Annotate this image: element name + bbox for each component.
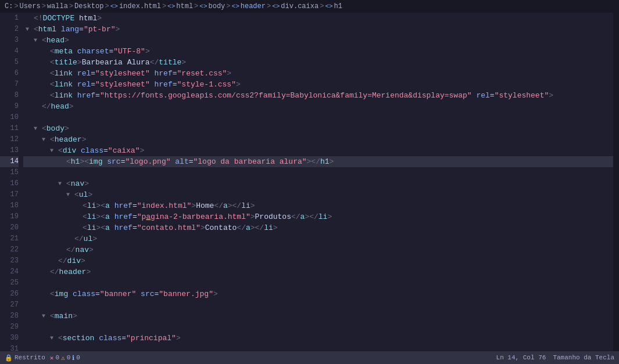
editor[interactable]: 1 2 3 4 5 6 7 8 9 10 11 12 13 14 15 16 1… bbox=[0, 13, 619, 351]
code-line-21: </ul> bbox=[23, 233, 613, 244]
breadcrumb-html[interactable]: html bbox=[176, 2, 193, 10]
breadcrumb-divcaixa[interactable]: div.caixa bbox=[281, 2, 319, 10]
line-num-5: 5 bbox=[0, 57, 19, 68]
line-num-21: 21 bbox=[0, 233, 19, 244]
code-line-1: <!DOCTYPE html> bbox=[23, 13, 613, 24]
line-num-27: 27 bbox=[0, 300, 19, 311]
line-num-16: 16 bbox=[0, 178, 19, 189]
info-icon: ℹ bbox=[72, 354, 74, 362]
breadcrumb-header[interactable]: header bbox=[241, 2, 266, 10]
code-line-12: ▼ <header> bbox=[23, 134, 613, 145]
code-line-9: </head> bbox=[23, 101, 613, 112]
code-line-16: ▼ <nav> bbox=[23, 178, 613, 189]
breadcrumb-c[interactable]: C: bbox=[5, 2, 13, 10]
warning-num: 0 bbox=[67, 354, 71, 361]
code-line-27 bbox=[23, 300, 613, 311]
code-line-4: <meta charset="UTF-8"> bbox=[23, 46, 613, 57]
error-count[interactable]: ✕ 0 ⚠ 0 ℹ 0 bbox=[50, 354, 80, 362]
code-line-14: <h1><img src="logo.png" alt="logo da bar… bbox=[23, 156, 613, 167]
line-num-18: 18 bbox=[0, 200, 19, 211]
error-num: 0 bbox=[55, 354, 59, 361]
code-line-2: ▼ <html lang="pt-br"> bbox=[23, 24, 613, 35]
breadcrumb-walla[interactable]: walla bbox=[47, 2, 68, 10]
line-num-25: 25 bbox=[0, 277, 19, 289]
line-num-11: 11 bbox=[0, 123, 19, 134]
lock-icon: 🔒 bbox=[5, 354, 13, 362]
tab-size[interactable]: Tamanho da Tecla bbox=[553, 354, 614, 361]
line-num-14: 14 bbox=[0, 156, 19, 167]
cursor-position[interactable]: Ln 14, Col 76 bbox=[496, 354, 546, 361]
code-line-7: <link rel="stylesheet" href="style-1.css… bbox=[23, 79, 613, 90]
security-status[interactable]: 🔒 Restrito bbox=[5, 354, 45, 362]
line-num-17: 17 bbox=[0, 189, 19, 200]
error-icon: ✕ bbox=[50, 354, 54, 362]
code-line-23: </div> bbox=[23, 255, 613, 266]
status-left: 🔒 Restrito ✕ 0 ⚠ 0 ℹ 0 bbox=[5, 354, 80, 362]
code-line-25 bbox=[23, 277, 613, 289]
code-lines[interactable]: <!DOCTYPE html> ▼ <html lang="pt-br"> ▼ … bbox=[23, 13, 613, 351]
code-line-19: <li><a href="pagina-2-barbearia.html">Pr… bbox=[23, 211, 613, 222]
breadcrumb-file[interactable]: index.html bbox=[119, 2, 161, 10]
code-line-5: <title>Barbearia Alura</title> bbox=[23, 57, 613, 68]
line-numbers: 1 2 3 4 5 6 7 8 9 10 11 12 13 14 15 16 1… bbox=[0, 13, 23, 351]
code-line-31 bbox=[23, 344, 613, 351]
breadcrumb-users[interactable]: Users bbox=[20, 2, 41, 10]
code-line-26: <img class="banner" src="banner.jpg"> bbox=[23, 289, 613, 300]
code-line-24: </header> bbox=[23, 266, 613, 277]
security-label: Restrito bbox=[15, 354, 45, 361]
breadcrumb-body[interactable]: body bbox=[209, 2, 226, 10]
line-num-22: 22 bbox=[0, 244, 19, 255]
line-num-30: 30 bbox=[0, 333, 19, 344]
line-num-29: 29 bbox=[0, 322, 19, 333]
line-num-7: 7 bbox=[0, 79, 19, 90]
warning-icon: ⚠ bbox=[61, 354, 65, 362]
code-line-29 bbox=[23, 322, 613, 333]
code-line-6: <link rel="stylesheet" href="reset.css"> bbox=[23, 68, 613, 79]
line-num-1: 1 bbox=[0, 13, 19, 24]
code-line-13: ▼ <div class="caixa"> bbox=[23, 145, 613, 156]
line-num-12: 12 bbox=[0, 134, 19, 145]
scrollbar[interactable] bbox=[613, 13, 619, 351]
line-num-23: 23 bbox=[0, 255, 19, 266]
code-line-3: ▼ <head> bbox=[23, 35, 613, 46]
line-num-15: 15 bbox=[0, 167, 19, 178]
code-line-20: <li><a href="contato.html">Contato</a></… bbox=[23, 222, 613, 233]
code-line-15 bbox=[23, 167, 613, 178]
line-num-26: 26 bbox=[0, 289, 19, 300]
info-num: 0 bbox=[76, 354, 80, 361]
code-line-18: <li><a href="index.html">Home</a></li> bbox=[23, 200, 613, 211]
line-num-8: 8 bbox=[0, 90, 19, 101]
line-num-2: 2 bbox=[0, 24, 19, 35]
breadcrumb: C: > Users > walla > Desktop > <>index.h… bbox=[0, 0, 619, 13]
status-bar: 🔒 Restrito ✕ 0 ⚠ 0 ℹ 0 Ln 14, Col 76 Tam… bbox=[0, 351, 619, 364]
line-num-9: 9 bbox=[0, 101, 19, 112]
code-line-11: ▼ <body> bbox=[23, 123, 613, 134]
status-right: Ln 14, Col 76 Tamanho da Tecla bbox=[496, 354, 614, 361]
line-num-10: 10 bbox=[0, 112, 19, 123]
line-num-28: 28 bbox=[0, 311, 19, 322]
line-num-20: 20 bbox=[0, 222, 19, 233]
breadcrumb-desktop[interactable]: Desktop bbox=[74, 2, 103, 10]
line-num-19: 19 bbox=[0, 211, 19, 222]
line-num-31: 31 bbox=[0, 344, 19, 351]
code-line-8: <link href="https://fonts.googleapis.com… bbox=[23, 90, 613, 101]
line-num-4: 4 bbox=[0, 46, 19, 57]
breadcrumb-h1[interactable]: h1 bbox=[334, 2, 342, 10]
line-num-24: 24 bbox=[0, 266, 19, 277]
line-num-3: 3 bbox=[0, 35, 19, 46]
line-num-13: 13 bbox=[0, 145, 19, 156]
code-line-22: </nav> bbox=[23, 244, 613, 255]
code-line-30: ▼ <section class="principal"> bbox=[23, 333, 613, 344]
line-num-6: 6 bbox=[0, 68, 19, 79]
code-line-10 bbox=[23, 112, 613, 123]
code-line-28: ▼ <main> bbox=[23, 311, 613, 322]
code-line-17: ▼ <ul> bbox=[23, 189, 613, 200]
